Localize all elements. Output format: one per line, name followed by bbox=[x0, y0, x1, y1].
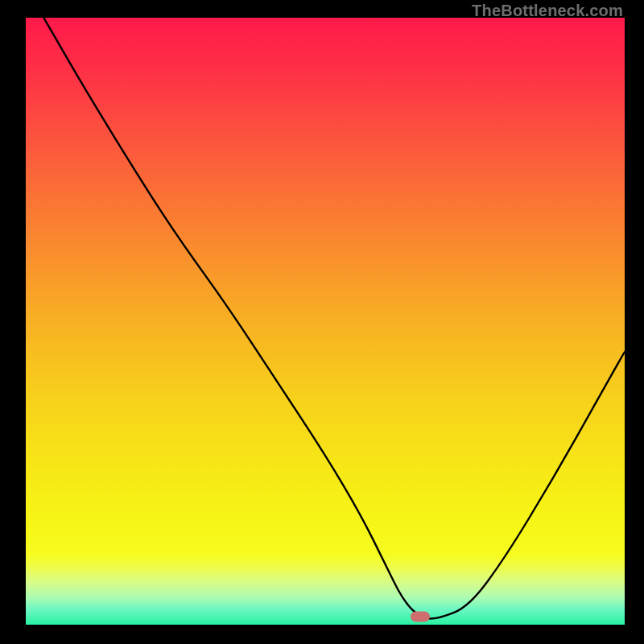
chart-frame: TheBottleneck.com bbox=[0, 0, 644, 644]
optimal-point-marker bbox=[411, 612, 430, 622]
bottleneck-curve bbox=[26, 18, 625, 625]
plot-area bbox=[26, 18, 625, 625]
watermark-text: TheBottleneck.com bbox=[472, 2, 623, 20]
